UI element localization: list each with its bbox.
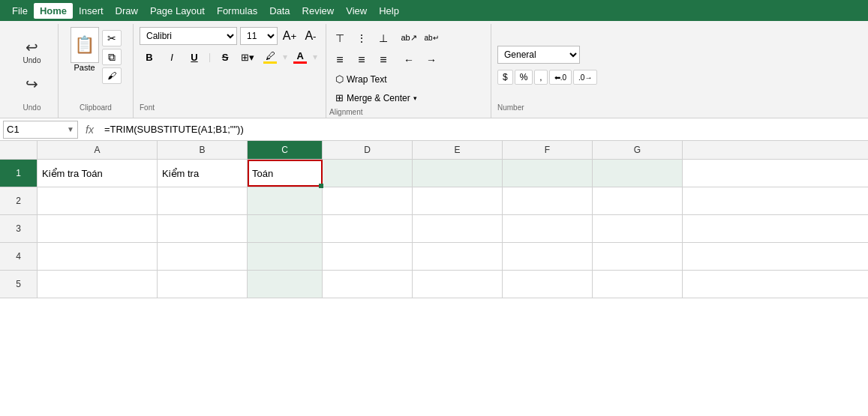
increase-font-size-button[interactable]: A+ <box>281 27 299 45</box>
cell-g2[interactable] <box>593 187 683 214</box>
wrap-text-label-icon: ⬡ <box>335 73 344 85</box>
col-header-d[interactable]: D <box>323 141 413 159</box>
menu-help[interactable]: Help <box>373 3 405 19</box>
menu-review[interactable]: Review <box>296 3 341 19</box>
row-header-4[interactable]: 4 <box>0 243 38 270</box>
ribbon-group-clipboard: 📋 Paste ✂ ⧉ 🖌 Clipboard <box>59 24 134 118</box>
menu-file[interactable]: File <box>6 3 34 19</box>
col-header-e[interactable]: E <box>413 141 503 159</box>
cell-f5[interactable] <box>503 271 593 298</box>
align-left-button[interactable]: ≡ <box>329 49 350 70</box>
row-header-2[interactable]: 2 <box>0 187 38 214</box>
number-format-select[interactable]: General Number Currency Percentage <box>497 46 580 64</box>
cell-e1[interactable] <box>413 160 503 187</box>
increase-indent-button[interactable]: → <box>421 49 442 70</box>
menu-page-layout[interactable]: Page Layout <box>144 3 211 19</box>
cell-d4[interactable] <box>323 243 413 270</box>
cut-button[interactable]: ✂ <box>102 30 122 46</box>
fill-color-icon: 🖊 <box>266 50 275 61</box>
cell-b5[interactable] <box>158 271 248 298</box>
cell-b2[interactable] <box>158 187 248 214</box>
italic-button[interactable]: I <box>162 48 182 66</box>
font-family-select[interactable]: Calibri Arial Times New Roman <box>140 27 237 45</box>
cell-b1[interactable]: Kiểm tra <box>158 160 248 187</box>
cell-reference-box[interactable]: C1 ▼ <box>3 121 78 139</box>
cell-c2[interactable] <box>248 187 323 214</box>
decrease-indent-button[interactable]: ← <box>398 49 419 70</box>
increase-decimal-button[interactable]: ⬅.0 <box>549 70 572 85</box>
font-color-button[interactable]: A <box>290 48 310 66</box>
currency-button[interactable]: $ <box>497 70 513 85</box>
cell-a4[interactable] <box>38 243 158 270</box>
decrease-decimal-button[interactable]: .0→ <box>573 70 597 85</box>
cell-a1[interactable]: Kiểm tra Toán <box>38 160 158 187</box>
borders-button[interactable]: ⊞▾ <box>238 48 257 66</box>
cell-c4[interactable] <box>248 243 323 270</box>
cell-a3[interactable] <box>38 215 158 242</box>
cell-a2[interactable] <box>38 187 158 214</box>
formula-input[interactable] <box>101 124 865 135</box>
decrease-font-size-button[interactable]: A- <box>302 27 320 45</box>
wrap-text-button[interactable]: ⬡ Wrap Text <box>329 70 488 88</box>
cell-d3[interactable] <box>323 215 413 242</box>
menu-draw[interactable]: Draw <box>110 3 144 19</box>
cell-e2[interactable] <box>413 187 503 214</box>
cell-g4[interactable] <box>593 243 683 270</box>
menu-home[interactable]: Home <box>34 3 73 19</box>
align-top-left-button[interactable]: ⊤ <box>329 28 350 49</box>
wrap-text-button-small[interactable]: ab↵ <box>421 27 442 48</box>
align-center-button[interactable]: ≡ <box>351 49 372 70</box>
cell-f1[interactable] <box>503 160 593 187</box>
cell-f3[interactable] <box>503 215 593 242</box>
strikethrough-button[interactable]: S <box>215 48 235 66</box>
cell-c5[interactable] <box>248 271 323 298</box>
menu-formulas[interactable]: Formulas <box>211 3 263 19</box>
cell-c1[interactable]: Toán <box>248 160 323 187</box>
align-right-button[interactable]: ≡ <box>373 49 394 70</box>
bold-button[interactable]: B <box>140 48 159 66</box>
cell-g1[interactable] <box>593 160 683 187</box>
cell-b3[interactable] <box>158 215 248 242</box>
cell-f4[interactable] <box>503 243 593 270</box>
menu-insert[interactable]: Insert <box>73 3 110 19</box>
comma-button[interactable]: , <box>534 70 547 85</box>
cell-a5[interactable] <box>38 271 158 298</box>
font-size-select[interactable]: 8910 11121416 <box>240 27 278 45</box>
undo-button[interactable]: ↩ Undo <box>19 35 46 67</box>
cell-e4[interactable] <box>413 243 503 270</box>
cell-e3[interactable] <box>413 215 503 242</box>
cell-g5[interactable] <box>593 271 683 298</box>
format-painter-button[interactable]: 🖌 <box>102 67 122 84</box>
redo-button[interactable]: ↪ <box>21 72 43 96</box>
cell-f2[interactable] <box>503 187 593 214</box>
cell-b4[interactable] <box>158 243 248 270</box>
cell-ref-dropdown-arrow[interactable]: ▼ <box>67 125 74 133</box>
col-header-b[interactable]: B <box>158 141 248 159</box>
merge-center-button[interactable]: ⊞ Merge & Center ▾ <box>329 89 488 106</box>
fx-label: fx <box>81 124 98 136</box>
cell-d5[interactable] <box>323 271 413 298</box>
underline-button[interactable]: U <box>185 48 204 66</box>
cell-d2[interactable] <box>323 187 413 214</box>
row-header-1[interactable]: 1 <box>0 160 38 187</box>
col-header-f[interactable]: F <box>503 141 593 159</box>
row-header-3[interactable]: 3 <box>0 215 38 242</box>
undo-group-label: Undo <box>23 103 41 115</box>
col-header-c[interactable]: C <box>248 141 323 159</box>
col-header-g[interactable]: G <box>593 141 683 159</box>
col-header-a[interactable]: A <box>38 141 158 159</box>
menu-view[interactable]: View <box>340 3 373 19</box>
cell-c3[interactable] <box>248 215 323 242</box>
align-bottom-button[interactable]: ⊥ <box>373 28 394 49</box>
copy-button[interactable]: ⧉ <box>102 49 122 65</box>
row-header-5[interactable]: 5 <box>0 271 38 298</box>
paste-button[interactable]: 📋 Paste <box>71 27 99 72</box>
cell-g3[interactable] <box>593 215 683 242</box>
cell-e5[interactable] <box>413 271 503 298</box>
menu-data[interactable]: Data <box>263 3 296 19</box>
align-middle-button[interactable]: ⋮ <box>351 28 372 49</box>
percent-button[interactable]: % <box>515 70 533 85</box>
angle-text-button[interactable]: ab↗ <box>398 27 419 48</box>
cell-d1[interactable] <box>323 160 413 187</box>
fill-color-button[interactable]: 🖊 <box>260 48 280 66</box>
